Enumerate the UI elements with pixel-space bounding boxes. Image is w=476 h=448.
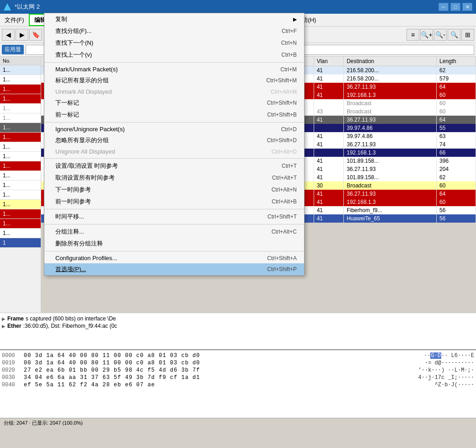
toolbar-grid-btn[interactable]: ⊞ [461,29,474,41]
app-icon [4,3,11,11]
title-bar-title: *以太网 2 [15,3,40,11]
col-header-vlan[interactable]: Vlan [314,57,344,66]
expand-icon-ether[interactable]: ▶ [2,324,5,329]
hex-row: 0020 27 e2 ea 6b 01 bb 00 29 b5 98 4c f5… [2,367,474,374]
menu-next-time-ref[interactable]: 下一时间参考 Ctrl+Alt+N [44,184,304,196]
menu-time-shift[interactable]: 时间平移... Ctrl+Shift+T [44,211,304,223]
toolbar-bookmark-btn[interactable]: 🔖 [29,29,42,41]
sep4 [44,209,304,209]
left-panel: No. 1... 1... 1... 1... 1... 1... 1... 1… [0,57,41,313]
frame-label: Frame [7,315,24,322]
menu-delete-comments[interactable]: 删除所有分组注释 [44,238,304,250]
menu-find-next[interactable]: 查找下一个(N) Ctrl+N [44,37,304,49]
menu-find-packet[interactable]: 查找分组(F)... Ctrl+F [44,25,304,37]
ether-detail-text: :36:00:d5), Dst: Fiberhom_f9:44:ac (0c [23,323,117,329]
menu-unignore-all[interactable]: Unignore All Displayed Ctrl+Alt+D [44,146,304,157]
ether-detail-row[interactable]: ▶ Ether :36:00:d5), Dst: Fiberhom_f9:44:… [2,322,474,330]
hex-row: 0010 00 3d 1a 64 40 00 80 11 00 00 c0 a8… [2,359,474,367]
toolbar-zoom-out-btn[interactable]: 🔍- [434,29,447,41]
col-header-length[interactable]: Length [437,57,476,66]
status-bar: 分组: 2047 · 已显示: 2047 (100.0%) [0,418,476,428]
expand-icon[interactable]: ▶ [2,316,5,321]
menu-next-mark[interactable]: 下一标记 Ctrl+Shift+N [44,97,304,109]
hex-row: 0030 34 04 e6 6a aa 31 37 63 5f 49 3b 7d… [2,374,474,381]
ether-label: Ether [7,323,21,329]
frame-detail-text: s captured (600 bits) on interface \De [26,315,116,322]
menu-clear-time-refs[interactable]: 取消设置所有时间参考 Ctrl+Alt+T [44,172,304,184]
menu-file[interactable]: 文件(F) [0,14,29,26]
filter-label: 应用显 [2,45,24,54]
menu-prev-time-ref[interactable]: 前一时间参考 Ctrl+Alt+B [44,196,304,208]
menu-preferences[interactable]: 首选项(P)... Ctrl+Shift+P [44,263,304,275]
no-column-header: No. [0,57,41,65]
toolbar-align-btn[interactable]: ≡ [406,29,419,41]
sep1 [44,62,304,63]
close-button[interactable]: ✕ [462,3,472,11]
menu-unmark-all[interactable]: Unmark All Displayed Ctrl+Alt+M [44,86,304,97]
menu-find-prev[interactable]: 查找上一个(v) Ctrl+B [44,49,304,61]
maximize-button[interactable]: □ [450,3,460,11]
title-bar: *以太网 2 ─ □ ✕ [0,0,476,14]
menu-mark-unmark[interactable]: Mark/Unmark Packet(s) Ctrl+M [44,64,304,75]
sep3 [44,158,304,159]
sep6 [44,251,304,251]
menu-prev-mark[interactable]: 前一标记 Ctrl+Shift+B [44,109,304,121]
sep5 [44,224,304,224]
menu-ignore-all[interactable]: 忽略所有显示的分组 Ctrl+Shift+D [44,134,304,146]
menu-set-time-ref[interactable]: 设置/取消设置 时间参考 Ctrl+T [44,160,304,172]
detail-panel: ▶ Frame s captured (600 bits) on interfa… [0,313,476,349]
window-controls: ─ □ ✕ [439,3,472,11]
hex-panel: 0000 00 3d 1a 64 40 00 80 11 00 00 c0 a8… [0,349,476,418]
menu-ignore-unignore[interactable]: Ignore/Unignore Packet(s) Ctrl+D [44,124,304,134]
minimize-button[interactable]: ─ [439,3,449,11]
sep2 [44,122,304,123]
toolbar-zoom-reset-btn[interactable]: 🔍 [448,29,460,41]
col-header-dest2[interactable]: Destination [344,57,437,66]
menu-copy[interactable]: 复制 ▶ [44,13,304,25]
frame-detail-row[interactable]: ▶ Frame s captured (600 bits) on interfa… [2,315,474,322]
hex-row: 0040 ef 5e 5a 11 62 f2 4a 28 eb e6 07 ae… [2,381,474,389]
hex-row: 0000 00 3d 1a 64 40 00 80 11 00 00 c0 a8… [2,352,474,359]
menu-mark-all[interactable]: 标记所有显示的分组 Ctrl+Shift+M [44,75,304,86]
menu-packet-comment[interactable]: 分组注释... Ctrl+Alt+C [44,226,304,238]
toolbar-back-btn[interactable]: ◀ [2,29,15,41]
menu-config-profiles[interactable]: Configuration Profiles... Ctrl+Shift+A [44,253,304,263]
status-packets: 分组: 2047 · 已显示: 2047 (100.0%) [4,420,83,427]
edit-dropdown: 复制 ▶ 查找分组(F)... Ctrl+F 查找下一个(N) Ctrl+N 查… [44,13,305,276]
toolbar-zoom-in-btn[interactable]: 🔍+ [420,29,433,41]
toolbar-forward-btn[interactable]: ▶ [16,29,28,41]
